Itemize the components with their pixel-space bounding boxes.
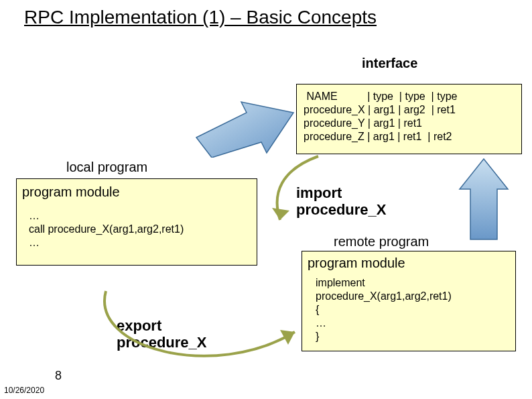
interface-label: interface [362, 56, 417, 71]
remote-program-label: remote program [334, 234, 429, 249]
interface-line-2: procedure_X | arg1 | arg2 | ret1 [304, 103, 515, 117]
slide-title: RPC Implementation (1) – Basic Concepts [24, 7, 377, 28]
interface-line-3: procedure_Y | arg1 | ret1 [304, 117, 515, 130]
svg-marker-2 [460, 159, 508, 239]
local-program-label: local program [66, 160, 147, 175]
interface-line-1: NAME | type | type | type [304, 90, 515, 103]
curve-arrow-export-to-remote-icon [94, 268, 308, 382]
svg-marker-0 [196, 102, 293, 158]
footer-date: 10/26/2020 [4, 386, 44, 395]
remote-module-body-3: { [316, 303, 510, 317]
remote-module-body-5: } [316, 330, 510, 343]
remote-module-body-4: … [316, 317, 510, 330]
remote-module-body-1: implement [316, 276, 510, 290]
remote-program-module-box: program module implement procedure_X(arg… [302, 251, 516, 351]
local-module-heading: program module [22, 184, 251, 200]
interface-line-4: procedure_Z | arg1 | ret1 | ret2 [304, 130, 515, 144]
local-module-body-2: call procedure_X(arg1,arg2,ret1) [29, 223, 251, 236]
arrow-remote-to-interface-icon [456, 156, 513, 243]
local-program-module-box: program module … call procedure_X(arg1,a… [16, 178, 257, 266]
remote-module-heading: program module [308, 255, 510, 271]
local-module-body-1: … [29, 209, 251, 223]
svg-marker-1 [272, 208, 289, 220]
local-module-body-3: … [29, 236, 251, 249]
curve-arrow-interface-to-import-icon [255, 153, 335, 233]
arrow-to-interface-icon [186, 94, 300, 158]
footer-page-number: 8 [55, 369, 62, 383]
interface-box: NAME | type | type | type procedure_X | … [296, 84, 522, 154]
remote-module-body-2: procedure_X(arg1,arg2,ret1) [316, 290, 510, 303]
